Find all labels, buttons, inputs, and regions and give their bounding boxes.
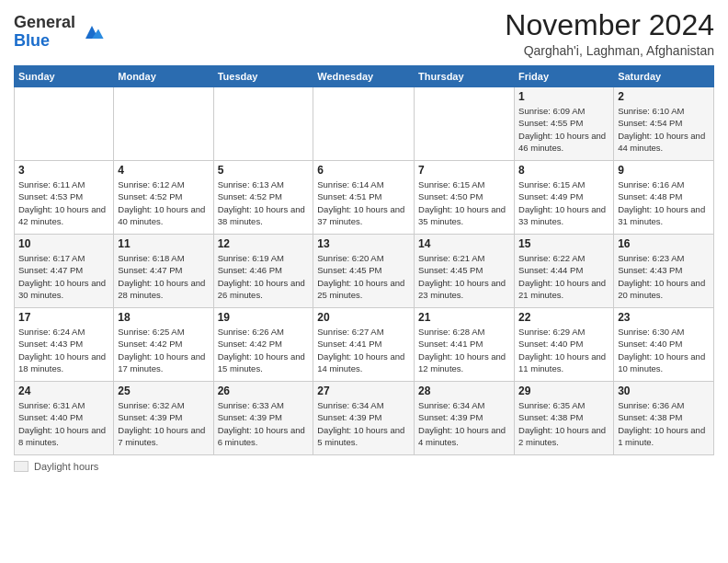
day-number: 23 (618, 311, 710, 324)
day-number: 9 (618, 164, 710, 177)
calendar-week-5: 24Sunrise: 6:31 AMSunset: 4:40 PMDayligh… (15, 382, 714, 455)
day-info: Sunrise: 6:19 AMSunset: 4:46 PMDaylight:… (218, 252, 310, 301)
day-info: Sunrise: 6:36 AMSunset: 4:38 PMDaylight:… (618, 399, 710, 448)
day-number: 16 (618, 237, 710, 250)
day-number: 5 (218, 164, 310, 177)
calendar-cell: 23Sunrise: 6:30 AMSunset: 4:40 PMDayligh… (614, 308, 714, 382)
calendar-cell (415, 87, 515, 161)
calendar-week-4: 17Sunrise: 6:24 AMSunset: 4:43 PMDayligh… (15, 308, 714, 382)
day-number: 17 (18, 311, 109, 324)
calendar-week-3: 10Sunrise: 6:17 AMSunset: 4:47 PMDayligh… (15, 235, 714, 308)
calendar-cell: 22Sunrise: 6:29 AMSunset: 4:40 PMDayligh… (515, 308, 614, 382)
day-info: Sunrise: 6:11 AMSunset: 4:53 PMDaylight:… (18, 178, 109, 227)
day-info: Sunrise: 6:26 AMSunset: 4:42 PMDaylight:… (218, 326, 310, 374)
day-number: 19 (218, 311, 310, 324)
day-info: Sunrise: 6:09 AMSunset: 4:55 PMDaylight:… (518, 105, 609, 154)
header-row: Sunday Monday Tuesday Wednesday Thursday… (15, 66, 714, 87)
day-number: 20 (317, 311, 410, 324)
month-title: November 2024 (505, 9, 714, 41)
day-number: 18 (118, 311, 209, 324)
legend: Daylight hours (14, 461, 714, 472)
calendar-cell: 24Sunrise: 6:31 AMSunset: 4:40 PMDayligh… (15, 382, 114, 455)
logo-general: General (14, 13, 75, 31)
day-number: 3 (18, 164, 109, 177)
calendar-cell: 12Sunrise: 6:19 AMSunset: 4:46 PMDayligh… (213, 235, 313, 308)
calendar-cell (313, 87, 415, 161)
calendar-cell: 15Sunrise: 6:22 AMSunset: 4:44 PMDayligh… (515, 235, 614, 308)
calendar-cell: 30Sunrise: 6:36 AMSunset: 4:38 PMDayligh… (614, 382, 714, 455)
calendar-cell: 7Sunrise: 6:15 AMSunset: 4:50 PMDaylight… (415, 161, 515, 235)
day-info: Sunrise: 6:31 AMSunset: 4:40 PMDaylight:… (18, 399, 109, 448)
calendar-cell: 1Sunrise: 6:09 AMSunset: 4:55 PMDaylight… (515, 87, 614, 161)
page-container: General Blue November 2024 Qarghah'i, La… (0, 0, 728, 481)
day-number: 22 (518, 311, 609, 324)
col-thursday: Thursday (415, 66, 515, 87)
day-info: Sunrise: 6:10 AMSunset: 4:54 PMDaylight:… (618, 105, 710, 154)
calendar-cell: 5Sunrise: 6:13 AMSunset: 4:52 PMDaylight… (213, 161, 313, 235)
day-number: 10 (18, 237, 109, 250)
calendar-cell (114, 87, 213, 161)
day-info: Sunrise: 6:20 AMSunset: 4:45 PMDaylight:… (317, 252, 410, 301)
day-info: Sunrise: 6:32 AMSunset: 4:39 PMDaylight:… (118, 399, 209, 448)
calendar-cell: 25Sunrise: 6:32 AMSunset: 4:39 PMDayligh… (114, 382, 213, 455)
calendar-cell: 28Sunrise: 6:34 AMSunset: 4:39 PMDayligh… (415, 382, 515, 455)
day-number: 15 (518, 237, 609, 250)
calendar-cell (213, 87, 313, 161)
logo: General Blue (14, 14, 105, 51)
calendar-cell: 6Sunrise: 6:14 AMSunset: 4:51 PMDaylight… (313, 161, 415, 235)
calendar-cell: 16Sunrise: 6:23 AMSunset: 4:43 PMDayligh… (614, 235, 714, 308)
day-info: Sunrise: 6:23 AMSunset: 4:43 PMDaylight:… (618, 252, 710, 301)
calendar-cell: 3Sunrise: 6:11 AMSunset: 4:53 PMDaylight… (15, 161, 114, 235)
day-number: 24 (18, 385, 109, 397)
calendar-table: Sunday Monday Tuesday Wednesday Thursday… (14, 65, 714, 455)
location: Qarghah'i, Laghman, Afghanistan (505, 43, 714, 58)
day-info: Sunrise: 6:16 AMSunset: 4:48 PMDaylight:… (618, 178, 710, 227)
calendar-cell: 19Sunrise: 6:26 AMSunset: 4:42 PMDayligh… (213, 308, 313, 382)
day-number: 26 (218, 385, 310, 397)
calendar-cell: 11Sunrise: 6:18 AMSunset: 4:47 PMDayligh… (114, 235, 213, 308)
calendar-cell: 21Sunrise: 6:28 AMSunset: 4:41 PMDayligh… (415, 308, 515, 382)
day-info: Sunrise: 6:24 AMSunset: 4:43 PMDaylight:… (18, 326, 109, 374)
col-tuesday: Tuesday (213, 66, 313, 87)
title-section: November 2024 Qarghah'i, Laghman, Afghan… (505, 9, 714, 58)
day-number: 13 (317, 237, 410, 250)
calendar-cell: 2Sunrise: 6:10 AMSunset: 4:54 PMDaylight… (614, 87, 714, 161)
col-sunday: Sunday (15, 66, 114, 87)
day-number: 30 (618, 385, 710, 397)
calendar-week-1: 1Sunrise: 6:09 AMSunset: 4:55 PMDaylight… (15, 87, 714, 161)
day-number: 2 (618, 90, 710, 103)
day-info: Sunrise: 6:18 AMSunset: 4:47 PMDaylight:… (118, 252, 209, 301)
day-info: Sunrise: 6:27 AMSunset: 4:41 PMDaylight:… (317, 326, 410, 374)
day-info: Sunrise: 6:25 AMSunset: 4:42 PMDaylight:… (118, 326, 209, 374)
day-info: Sunrise: 6:17 AMSunset: 4:47 PMDaylight:… (18, 252, 109, 301)
day-number: 12 (218, 237, 310, 250)
day-number: 7 (418, 164, 510, 177)
day-number: 28 (418, 385, 510, 397)
day-number: 8 (518, 164, 609, 177)
calendar-header: Sunday Monday Tuesday Wednesday Thursday… (15, 66, 714, 87)
day-number: 29 (518, 385, 609, 397)
calendar-cell: 8Sunrise: 6:15 AMSunset: 4:49 PMDaylight… (515, 161, 614, 235)
calendar-week-2: 3Sunrise: 6:11 AMSunset: 4:53 PMDaylight… (15, 161, 714, 235)
calendar-cell: 14Sunrise: 6:21 AMSunset: 4:45 PMDayligh… (415, 235, 515, 308)
calendar-cell: 20Sunrise: 6:27 AMSunset: 4:41 PMDayligh… (313, 308, 415, 382)
col-wednesday: Wednesday (313, 66, 415, 87)
day-number: 21 (418, 311, 510, 324)
calendar-cell: 4Sunrise: 6:12 AMSunset: 4:52 PMDaylight… (114, 161, 213, 235)
day-number: 6 (317, 164, 410, 177)
calendar-cell: 18Sunrise: 6:25 AMSunset: 4:42 PMDayligh… (114, 308, 213, 382)
day-number: 14 (418, 237, 510, 250)
day-info: Sunrise: 6:15 AMSunset: 4:50 PMDaylight:… (418, 178, 510, 227)
col-friday: Friday (515, 66, 614, 87)
day-number: 1 (518, 90, 609, 103)
header: General Blue November 2024 Qarghah'i, La… (14, 9, 714, 58)
calendar-cell: 9Sunrise: 6:16 AMSunset: 4:48 PMDaylight… (614, 161, 714, 235)
day-info: Sunrise: 6:14 AMSunset: 4:51 PMDaylight:… (317, 178, 410, 227)
legend-label: Daylight hours (34, 461, 98, 472)
day-info: Sunrise: 6:29 AMSunset: 4:40 PMDaylight:… (518, 326, 609, 374)
day-info: Sunrise: 6:13 AMSunset: 4:52 PMDaylight:… (218, 178, 310, 227)
day-number: 4 (118, 164, 209, 177)
logo-icon (79, 19, 105, 45)
calendar-cell: 26Sunrise: 6:33 AMSunset: 4:39 PMDayligh… (213, 382, 313, 455)
day-number: 25 (118, 385, 209, 397)
